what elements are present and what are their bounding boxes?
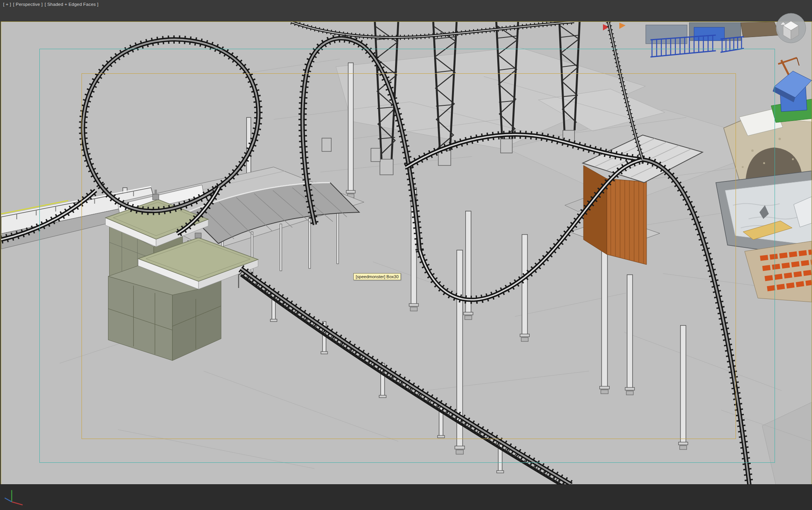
object-tooltip: [speedmonster] Box30 bbox=[353, 273, 401, 280]
3dsmax-window: { "viewport": { "menus": ["[ + ]", "[ Pe… bbox=[0, 0, 812, 510]
top-strip: [ + ][ Perspective ][ Shaded + Edged Fac… bbox=[0, 0, 812, 21]
viewcube-icon[interactable] bbox=[775, 12, 807, 44]
background-buildings[interactable] bbox=[603, 22, 780, 44]
viewport-menus: [ + ][ Perspective ][ Shaded + Edged Fac… bbox=[3, 2, 100, 7]
viewport-shading-menu[interactable]: [ Shaded + Edged Faces ] bbox=[44, 2, 98, 7]
status-strip bbox=[0, 484, 812, 510]
viewport-pov-menu[interactable]: [ Perspective ] bbox=[13, 2, 43, 7]
perspective-viewport[interactable]: [speedmonster] Box30 bbox=[1, 21, 812, 485]
axis-tripod-icon bbox=[2, 486, 26, 509]
blue-house[interactable] bbox=[771, 58, 812, 123]
viewport-general-menu[interactable]: [ + ] bbox=[3, 2, 11, 7]
scene-3d[interactable] bbox=[1, 22, 812, 485]
